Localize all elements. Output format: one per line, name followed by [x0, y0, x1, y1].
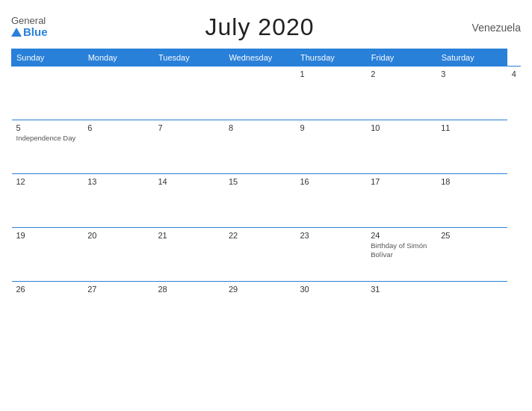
weekday-header-monday: Monday: [83, 49, 153, 67]
calendar-title: July 2020: [205, 13, 315, 41]
day-number: 7: [158, 123, 219, 132]
calendar-cell-day-19: 19: [12, 228, 84, 282]
calendar-cell-day-12: 12: [12, 174, 84, 228]
calendar-cell-empty: [436, 282, 507, 336]
calendar-cell-day-1: 1: [296, 67, 367, 120]
calendar-week-1: 1234: [12, 67, 522, 120]
calendar-cell-day-9: 9: [296, 120, 367, 174]
calendar-week-3: 12131415161718: [12, 174, 522, 228]
country-label: Venezuela: [472, 22, 521, 34]
day-number: 17: [371, 177, 432, 186]
calendar-cell-day-11: 11: [436, 120, 507, 174]
logo-blue-section: Blue: [11, 26, 48, 39]
day-number: 10: [371, 123, 432, 132]
day-number: 26: [16, 285, 79, 294]
day-number: 12: [16, 177, 79, 186]
day-number: 23: [300, 231, 362, 240]
calendar-cell-day-31: 31: [366, 282, 436, 336]
logo-blue-text: Blue: [23, 26, 48, 39]
calendar-cell-day-7: 7: [153, 120, 223, 174]
day-number: 27: [87, 285, 149, 294]
calendar-cell-day-15: 15: [224, 174, 296, 228]
calendar-week-5: 262728293031: [12, 282, 522, 336]
logo: General Blue: [11, 16, 48, 39]
calendar-cell-day-22: 22: [224, 228, 296, 282]
calendar-cell-day-26: 26: [12, 282, 84, 336]
weekday-header-tuesday: Tuesday: [153, 49, 223, 67]
calendar-cell-day-6: 6: [83, 120, 153, 174]
calendar-week-2: 5Independence Day67891011: [12, 120, 522, 174]
day-number: 3: [441, 69, 503, 78]
day-number: 4: [512, 69, 516, 78]
calendar-table: SundayMondayTuesdayWednesdayThursdayFrid…: [11, 49, 521, 336]
logo-triangle-icon: [11, 28, 22, 37]
calendar-header-row: SundayMondayTuesdayWednesdayThursdayFrid…: [12, 49, 522, 67]
day-number: 2: [371, 69, 432, 78]
calendar-cell-day-3: 3: [436, 67, 507, 120]
day-number: 5: [16, 123, 79, 132]
day-number: 30: [300, 285, 362, 294]
calendar-cell-day-24: 24Birthday of Simón Bolívar: [366, 228, 436, 282]
day-number: 14: [158, 177, 219, 186]
day-number: 8: [229, 123, 291, 132]
weekday-header-sunday: Sunday: [12, 49, 84, 67]
calendar-cell-day-14: 14: [153, 174, 223, 228]
calendar-cell-empty: [83, 67, 153, 120]
day-number: 18: [441, 177, 503, 186]
day-number: 13: [87, 177, 149, 186]
day-number: 11: [441, 123, 503, 132]
weekday-header-saturday: Saturday: [436, 49, 507, 67]
calendar-cell-day-: [153, 67, 223, 120]
day-number: 15: [229, 177, 291, 186]
logo-general-text: General: [11, 16, 46, 26]
day-number: 1: [300, 69, 362, 78]
calendar-cell-day-17: 17: [366, 174, 436, 228]
calendar-cell-day-5: 5Independence Day: [12, 120, 84, 174]
event-label: Birthday of Simón Bolívar: [371, 241, 432, 260]
day-number: 22: [229, 231, 291, 240]
day-number: 28: [158, 285, 219, 294]
calendar-cell-day-21: 21: [153, 228, 223, 282]
day-number: 9: [300, 123, 362, 132]
calendar-cell-day-16: 16: [296, 174, 367, 228]
event-label: Independence Day: [16, 134, 79, 143]
day-number: 20: [87, 231, 149, 240]
calendar-cell-day-27: 27: [83, 282, 153, 336]
calendar-cell-day-30: 30: [296, 282, 367, 336]
day-number: 21: [158, 231, 219, 240]
calendar-cell-day-13: 13: [83, 174, 153, 228]
day-number: 16: [300, 177, 362, 186]
calendar-cell-day-4: 4: [507, 67, 521, 120]
calendar-cell-day-2: 2: [366, 67, 436, 120]
calendar-week-4: 192021222324Birthday of Simón Bolívar25: [12, 228, 522, 282]
day-number: 31: [371, 285, 432, 294]
calendar-cell-day-23: 23: [296, 228, 367, 282]
calendar-cell-day-28: 28: [153, 282, 223, 336]
calendar-cell-day-8: 8: [224, 120, 296, 174]
day-number: 19: [16, 231, 79, 240]
weekday-header-wednesday: Wednesday: [224, 49, 296, 67]
calendar-cell-empty: [12, 67, 84, 120]
calendar-cell-day-10: 10: [366, 120, 436, 174]
weekday-header-thursday: Thursday: [296, 49, 367, 67]
calendar-cell-day-20: 20: [83, 228, 153, 282]
day-number: 29: [229, 285, 291, 294]
day-number: 6: [87, 123, 149, 132]
calendar-header: General Blue July 2020 Venezuela: [11, 7, 521, 46]
day-number: 25: [441, 231, 503, 240]
calendar-cell-day-25: 25: [436, 228, 507, 282]
weekday-header-friday: Friday: [366, 49, 436, 67]
calendar-cell-day-: [224, 67, 296, 120]
calendar-cell-day-18: 18: [436, 174, 507, 228]
day-number: 24: [371, 231, 432, 240]
calendar-cell-day-29: 29: [224, 282, 296, 336]
